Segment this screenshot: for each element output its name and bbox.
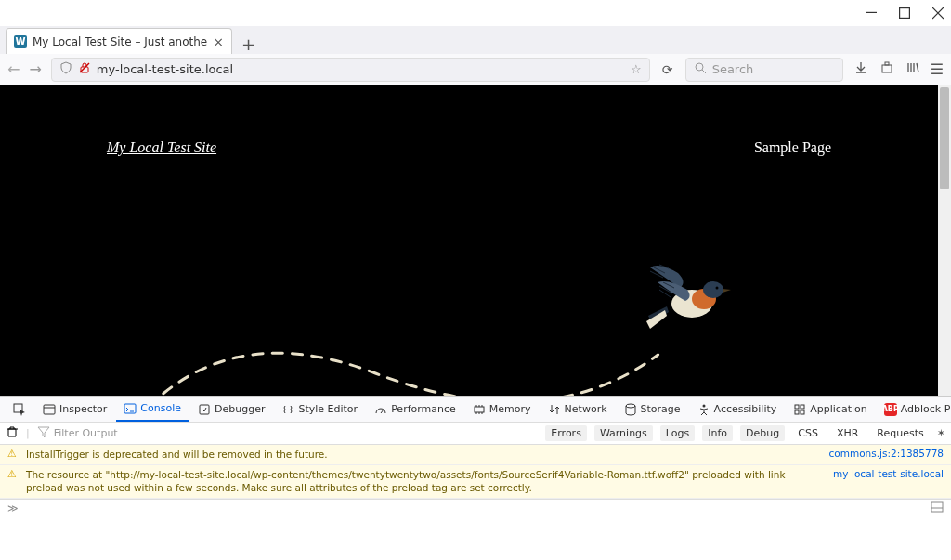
tab-application[interactable]: Application	[786, 397, 874, 422]
tab-style-editor[interactable]: Style Editor	[274, 397, 365, 422]
window-minimize-icon[interactable]	[866, 7, 877, 19]
bookmark-star-icon[interactable]: ☆	[631, 62, 642, 76]
svg-line-11	[917, 63, 918, 72]
new-tab-button[interactable]: +	[232, 34, 265, 54]
site-title-link[interactable]: My Local Test Site	[107, 139, 216, 156]
message-text: InstallTrigger is deprecated and will be…	[26, 448, 811, 462]
window-maximize-icon[interactable]	[899, 7, 910, 19]
svg-rect-17	[44, 405, 55, 414]
scrollbar-thumb[interactable]	[940, 87, 949, 189]
filter-errors[interactable]: Errors	[545, 425, 587, 441]
svg-rect-0	[866, 12, 877, 13]
browser-tab-strip: W My Local Test Site – Just anothe × +	[0, 26, 951, 54]
filter-xhr[interactable]: XHR	[831, 425, 864, 441]
console-warning-row[interactable]: InstallTrigger is deprecated and will be…	[0, 445, 951, 465]
shield-icon	[59, 61, 72, 77]
page-content: My Local Test Site Sample Page	[0, 85, 938, 396]
nav-sample-page[interactable]: Sample Page	[754, 139, 831, 156]
abp-icon: ABP	[884, 403, 897, 416]
svg-point-29	[626, 404, 635, 408]
clear-console-icon[interactable]	[6, 425, 19, 441]
browser-tab[interactable]: W My Local Test Site – Just anothe ×	[6, 28, 232, 54]
devtools-inspector-picker[interactable]	[6, 397, 33, 422]
tab-adblock-plus[interactable]: ABP Adblock Plus	[877, 397, 951, 422]
console-input-row[interactable]	[0, 499, 951, 517]
tab-title: My Local Test Site – Just anothe	[33, 35, 207, 48]
tab-accessibility[interactable]: Accessibility	[690, 397, 785, 422]
tab-storage[interactable]: Storage	[617, 397, 688, 422]
svg-rect-1	[900, 8, 910, 19]
tab-close-icon[interactable]: ×	[213, 34, 224, 49]
split-console-icon[interactable]	[931, 501, 944, 516]
funnel-icon	[37, 425, 50, 441]
svg-point-4	[696, 63, 703, 71]
svg-rect-39	[931, 502, 943, 512]
svg-point-30	[702, 404, 705, 407]
message-source[interactable]: my-local-test-site.local	[833, 468, 944, 479]
filter-logs[interactable]: Logs	[660, 425, 695, 441]
svg-line-5	[702, 70, 706, 73]
svg-rect-7	[885, 62, 889, 65]
window-titlebar	[0, 0, 951, 26]
filter-css[interactable]: CSS	[792, 425, 824, 441]
library-icon[interactable]	[905, 61, 921, 77]
filter-info[interactable]: Info	[702, 425, 733, 441]
tab-network[interactable]: Network	[541, 397, 615, 422]
svg-rect-22	[475, 407, 484, 412]
tab-performance[interactable]: Performance	[367, 397, 463, 422]
svg-rect-32	[801, 405, 804, 409]
search-bar[interactable]: Search	[685, 58, 843, 82]
reload-button[interactable]: ⟳	[659, 62, 676, 77]
warning-icon	[7, 468, 19, 479]
console-settings-icon[interactable]: ✶	[937, 427, 945, 439]
tab-inspector[interactable]: Inspector	[35, 397, 114, 422]
devtools-tabbar: Inspector Console Debugger Style Editor …	[0, 396, 951, 422]
svg-rect-6	[882, 65, 892, 72]
back-button[interactable]: ←	[7, 60, 20, 78]
filter-input[interactable]: Filter Output	[37, 425, 539, 442]
forward-button[interactable]: →	[29, 60, 41, 78]
page-viewport: My Local Test Site Sample Page	[0, 85, 951, 396]
address-bar[interactable]: my-local-test-site.local ☆	[51, 58, 650, 82]
search-placeholder: Search	[712, 62, 754, 76]
filter-debug[interactable]: Debug	[740, 425, 785, 441]
message-text: The resource at "http://my-local-test-si…	[26, 468, 814, 495]
prompt-chevron-icon	[7, 502, 19, 514]
console-warning-row[interactable]: The resource at "http://my-local-test-si…	[0, 465, 951, 499]
warning-icon	[7, 448, 19, 459]
insecure-lock-icon	[78, 61, 91, 77]
downloads-icon[interactable]	[853, 61, 869, 77]
svg-point-14	[703, 281, 723, 298]
wordpress-favicon-icon: W	[14, 35, 27, 48]
svg-rect-20	[200, 405, 209, 414]
tab-debugger[interactable]: Debugger	[190, 397, 272, 422]
svg-rect-33	[795, 410, 799, 414]
filter-requests[interactable]: Requests	[871, 425, 929, 441]
message-source[interactable]: commons.js:2:1385778	[829, 448, 944, 459]
tab-memory[interactable]: Memory	[465, 397, 539, 422]
console-messages: InstallTrigger is deprecated and will be…	[0, 444, 951, 499]
svg-line-21	[381, 410, 384, 413]
vertical-scrollbar[interactable]	[938, 85, 951, 396]
app-menu-icon[interactable]: ☰	[931, 60, 944, 78]
filter-warnings[interactable]: Warnings	[594, 425, 653, 441]
bird-image	[641, 262, 734, 336]
svg-point-15	[716, 287, 719, 290]
svg-rect-34	[801, 410, 804, 414]
svg-rect-31	[795, 405, 799, 409]
search-icon	[694, 61, 707, 77]
url-toolbar: ← → my-local-test-site.local ☆ ⟳ Search …	[0, 54, 951, 85]
extensions-icon[interactable]	[879, 61, 895, 77]
url-text: my-local-test-site.local	[97, 62, 625, 76]
window-close-icon[interactable]	[932, 7, 944, 19]
tab-console[interactable]: Console	[116, 397, 189, 422]
console-filter-bar: | Filter Output Errors Warnings Logs Inf…	[0, 422, 951, 444]
